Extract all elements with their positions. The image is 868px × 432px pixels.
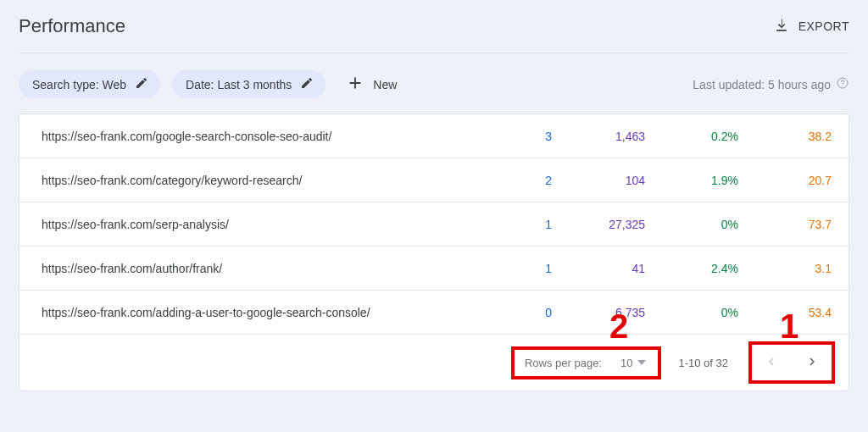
- cell-position: 53.4: [738, 306, 832, 319]
- table-row[interactable]: https://seo-frank.com/adding-a-user-to-g…: [19, 291, 849, 335]
- plus-icon: [346, 74, 364, 95]
- table-footer: Rows per page: 10 1-10 of 32: [19, 335, 849, 390]
- cell-clicks: 3: [459, 130, 552, 143]
- download-icon: [773, 17, 790, 36]
- last-updated-text: Last updated: 5 hours ago: [693, 78, 831, 91]
- add-filter-button[interactable]: New: [337, 69, 405, 100]
- table-row[interactable]: https://seo-frank.com/category/keyword-r…: [19, 158, 849, 202]
- table-row[interactable]: https://seo-frank.com/author/frank/ 1 41…: [19, 246, 849, 291]
- prev-page-button[interactable]: [755, 346, 787, 379]
- cell-position: 73.7: [738, 218, 832, 231]
- cell-clicks: 0: [459, 306, 552, 319]
- cell-url: https://seo-frank.com/author/frank/: [42, 262, 459, 275]
- chevron-right-icon: [804, 354, 820, 372]
- cell-position: 38.2: [738, 130, 832, 143]
- page-range: 1-10 of 32: [678, 357, 728, 369]
- pencil-icon: [135, 76, 148, 92]
- rows-per-page: Rows per page: 10: [518, 355, 654, 371]
- cell-impressions: 41: [552, 262, 645, 275]
- next-page-button[interactable]: [796, 346, 828, 379]
- cell-url: https://seo-frank.com/serp-analysis/: [42, 218, 459, 231]
- results-table: https://seo-frank.com/google-search-cons…: [19, 114, 849, 391]
- cell-ctr: 2.4%: [645, 262, 738, 275]
- last-updated: Last updated: 5 hours ago: [693, 76, 849, 92]
- rows-per-page-label: Rows per page:: [525, 357, 602, 369]
- cell-ctr: 0.2%: [645, 130, 738, 143]
- cell-ctr: 0%: [645, 306, 738, 319]
- rows-per-page-value: 10: [620, 357, 632, 369]
- filter-chip-date[interactable]: Date: Last 3 months: [172, 70, 326, 98]
- rows-per-page-select[interactable]: 10: [620, 357, 648, 369]
- cell-clicks: 2: [459, 174, 552, 187]
- filter-chip-label: Date: Last 3 months: [186, 78, 292, 91]
- export-button[interactable]: EXPORT: [773, 17, 849, 36]
- cell-position: 20.7: [738, 174, 832, 187]
- chevron-down-icon: [637, 357, 646, 369]
- cell-clicks: 1: [459, 262, 552, 275]
- cell-url: https://seo-frank.com/adding-a-user-to-g…: [42, 306, 459, 319]
- pencil-icon: [300, 76, 314, 92]
- filter-chip-search-type[interactable]: Search type: Web: [19, 70, 160, 98]
- cell-ctr: 0%: [645, 218, 738, 231]
- cell-clicks: 1: [459, 218, 552, 231]
- new-label: New: [373, 78, 397, 91]
- table-row[interactable]: https://seo-frank.com/google-search-cons…: [19, 114, 849, 158]
- cell-url: https://seo-frank.com/category/keyword-r…: [42, 174, 459, 187]
- cell-position: 3.1: [738, 262, 832, 275]
- cell-impressions: 27,325: [552, 218, 645, 231]
- cell-ctr: 1.9%: [645, 174, 738, 187]
- export-label: EXPORT: [798, 19, 849, 33]
- help-icon[interactable]: [836, 76, 849, 92]
- cell-url: https://seo-frank.com/google-search-cons…: [42, 130, 459, 143]
- table-row[interactable]: https://seo-frank.com/serp-analysis/ 1 2…: [19, 202, 849, 246]
- page-title: Performance: [19, 15, 125, 37]
- cell-impressions: 6,735: [552, 306, 645, 319]
- chevron-left-icon: [764, 354, 779, 372]
- cell-impressions: 104: [552, 174, 645, 187]
- cell-impressions: 1,463: [552, 130, 645, 143]
- filter-chip-label: Search type: Web: [32, 78, 126, 91]
